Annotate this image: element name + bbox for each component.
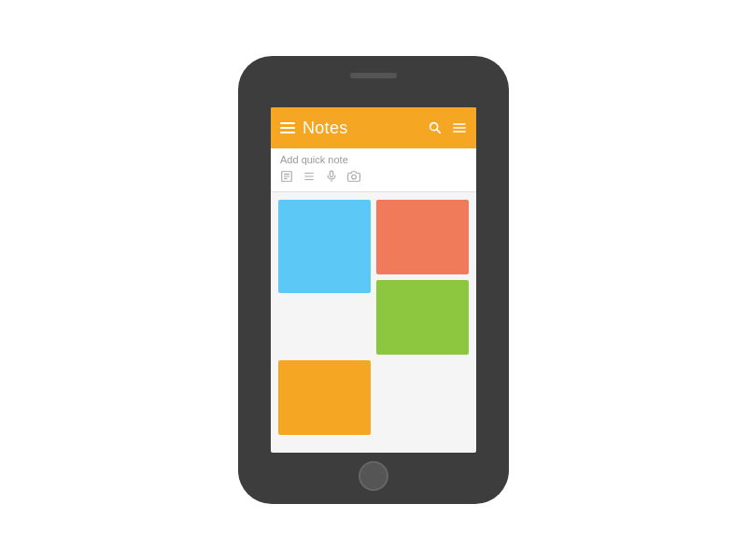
search-icon[interactable] xyxy=(428,120,443,135)
microphone-icon[interactable] xyxy=(325,170,338,186)
phone-speaker xyxy=(350,73,397,78)
note-card-coral[interactable] xyxy=(376,200,469,274)
svg-line-1 xyxy=(437,130,441,133)
note-card-yellow[interactable] xyxy=(278,360,371,435)
note-card-blue[interactable] xyxy=(278,200,371,293)
note-card-green[interactable] xyxy=(376,280,469,355)
note-text-icon[interactable] xyxy=(280,170,293,186)
quick-note-placeholder[interactable]: Add quick note xyxy=(280,154,467,165)
app-bar: Notes xyxy=(271,107,476,148)
home-button[interactable] xyxy=(359,461,388,491)
menu-icon[interactable] xyxy=(280,122,295,133)
list-icon[interactable] xyxy=(303,170,316,186)
svg-rect-12 xyxy=(330,171,333,176)
quick-note-area: Add quick note xyxy=(271,148,476,192)
grid-view-icon[interactable] xyxy=(452,120,467,135)
camera-icon[interactable] xyxy=(347,170,360,186)
notes-grid xyxy=(271,192,476,442)
phone-body: Notes xyxy=(238,56,509,504)
app-bar-right xyxy=(428,120,467,135)
phone-mockup: Notes xyxy=(238,56,509,504)
quick-note-actions xyxy=(280,170,467,186)
svg-point-14 xyxy=(352,175,357,179)
app-bar-left: Notes xyxy=(280,119,348,138)
app-title: Notes xyxy=(303,119,348,138)
phone-screen: Notes xyxy=(271,107,476,453)
